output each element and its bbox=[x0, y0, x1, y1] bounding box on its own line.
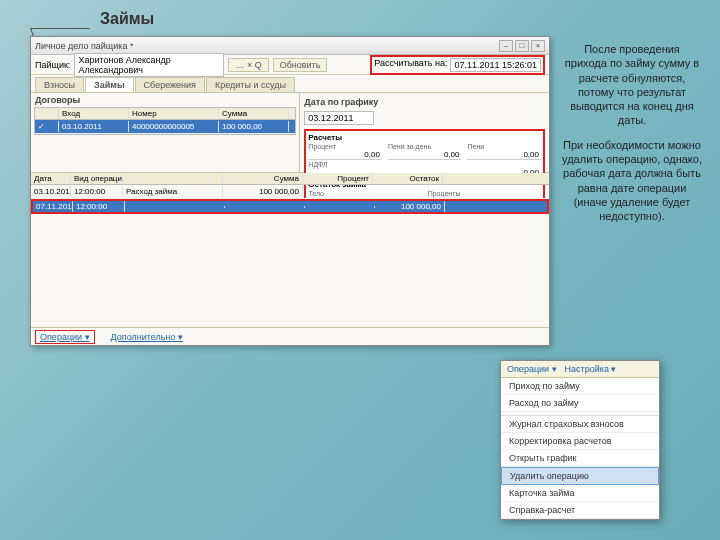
tab-bar: Взносы Займы Сбережения Кредиты и ссуды bbox=[31, 75, 549, 93]
footer-extra-link[interactable]: Дополнительно ▾ bbox=[111, 332, 183, 342]
explain-p1: После проведения прихода по займу сумму … bbox=[562, 42, 702, 128]
tab-zaimy[interactable]: Займы bbox=[85, 77, 134, 92]
r2-sum bbox=[225, 206, 305, 208]
decor-line bbox=[30, 28, 90, 29]
calc-title: Расчеты bbox=[308, 133, 541, 142]
col-icon bbox=[35, 108, 59, 119]
ops-col-type: Вид операции bbox=[71, 173, 123, 184]
ops-col-date: Дата bbox=[31, 173, 71, 184]
col-sum: Сумма bbox=[219, 108, 289, 119]
r1-time: 12:00:00 bbox=[71, 186, 123, 197]
penalty-day-label: Пени за день bbox=[388, 143, 462, 150]
dd-head-settings[interactable]: Настройка ▾ bbox=[565, 364, 617, 374]
window-title: Личное дело пайщика * bbox=[35, 41, 133, 51]
r2-bal: 100 000,00 bbox=[375, 201, 445, 212]
footer-bar: Операции ▾ Дополнительно ▾ bbox=[31, 327, 549, 345]
contract-row[interactable]: ✓ 03.10.2011 40000000000005 100 000,00 bbox=[35, 120, 295, 134]
explanation-text: После проведения прихода по займу сумму … bbox=[562, 42, 702, 234]
calc-on-date[interactable]: 07.11.2011 15:26:01 bbox=[450, 58, 541, 72]
dd-prihod[interactable]: Приход по займу bbox=[501, 378, 659, 395]
payer-field[interactable]: Харитонов Александр Александрович bbox=[74, 53, 224, 77]
penalty-value: 0,00 bbox=[467, 150, 541, 160]
payer-label: Пайщик: bbox=[35, 60, 70, 70]
dd-open-graph[interactable]: Открыть график bbox=[501, 450, 659, 467]
dd-correction[interactable]: Корректировка расчетов bbox=[501, 433, 659, 450]
dd-journal[interactable]: Журнал страховых взносов bbox=[501, 416, 659, 433]
contracts-label: Договоры bbox=[31, 93, 299, 107]
r2-date: 07.11.2011 bbox=[33, 201, 73, 212]
r2-time: 12:00:00 bbox=[73, 201, 125, 212]
row-num: 40000000000005 bbox=[129, 121, 219, 132]
date-section-label: Дата по графику bbox=[302, 95, 547, 109]
ops-row-1[interactable]: 03.10.2011 12:00:00 Расход займа 100 000… bbox=[31, 185, 549, 199]
ops-col-bal: Остаток bbox=[373, 173, 443, 184]
ops-panel: Дата Вид операции Сумма Процент Остаток … bbox=[31, 173, 549, 327]
dd-head-ops[interactable]: Операции ▾ bbox=[507, 364, 557, 374]
lookup-button[interactable]: … × Q bbox=[228, 58, 268, 72]
calc-on-label: Рассчитывать на: bbox=[374, 58, 447, 72]
percent-value: 0,00 bbox=[308, 150, 382, 160]
row-date: 03.10.2011 bbox=[59, 121, 129, 132]
app-window: Личное дело пайщика * – □ × Пайщик: Хари… bbox=[30, 36, 550, 346]
ndfl-label: НДФЛ bbox=[308, 161, 541, 168]
r1-date: 03.10.2011 bbox=[31, 186, 71, 197]
col-num: Номер bbox=[129, 108, 219, 119]
maximize-button[interactable]: □ bbox=[515, 40, 529, 52]
tab-sberezheniya[interactable]: Сбережения bbox=[135, 77, 205, 92]
slide-title: Займы bbox=[100, 10, 154, 28]
tab-kredity[interactable]: Кредиты и ссуды bbox=[206, 77, 295, 92]
top-panel: Договоры Вход Номер Сумма ✓ 03.10.2011 4… bbox=[31, 93, 549, 173]
dd-card[interactable]: Карточка займа bbox=[501, 485, 659, 502]
ops-header: Дата Вид операции Сумма Процент Остаток bbox=[31, 173, 549, 185]
row-sum: 100 000,00 bbox=[219, 121, 289, 132]
penalty-day-value: 0,00 bbox=[388, 150, 462, 160]
explain-p2: При необходимости можно удалить операцию… bbox=[562, 138, 702, 224]
ops-col-proc: Процент bbox=[303, 173, 373, 184]
footer-ops-link[interactable]: Операции ▾ bbox=[35, 330, 95, 344]
dd-reference[interactable]: Справка-расчет bbox=[501, 502, 659, 519]
row-check-icon: ✓ bbox=[35, 121, 59, 132]
ops-col-sum: Сумма bbox=[223, 173, 303, 184]
minimize-button[interactable]: – bbox=[499, 40, 513, 52]
penalty-label: Пени bbox=[467, 143, 541, 150]
r1-sum: 100 000,00 bbox=[223, 186, 303, 197]
r1-bal bbox=[373, 191, 443, 193]
right-block: Дата по графику 03.12.2011 Расчеты Проце… bbox=[300, 93, 549, 172]
col-date: Вход bbox=[59, 108, 129, 119]
r1-kind: Расход займа bbox=[123, 186, 223, 197]
tab-vznosy[interactable]: Взносы bbox=[35, 77, 84, 92]
refresh-button[interactable]: Обновить bbox=[273, 58, 328, 72]
r2-kind bbox=[125, 206, 225, 208]
date-picker[interactable]: 03.12.2011 bbox=[304, 111, 374, 125]
ops-col-blank bbox=[123, 173, 223, 184]
dd-delete-op[interactable]: Удалить операцию bbox=[501, 467, 659, 485]
close-button[interactable]: × bbox=[531, 40, 545, 52]
toolbar: Пайщик: Харитонов Александр Александрови… bbox=[31, 55, 549, 75]
r1-proc bbox=[303, 191, 373, 193]
r2-proc bbox=[305, 206, 375, 208]
dd-rashod[interactable]: Расход по займу bbox=[501, 395, 659, 412]
ops-row-2[interactable]: 07.11.2011 12:00:00 100 000,00 bbox=[31, 199, 549, 214]
ops-dropdown: Операции ▾ Настройка ▾ Приход по займу Р… bbox=[500, 360, 660, 520]
percent-label: Процент bbox=[308, 143, 382, 150]
contracts-grid[interactable]: Вход Номер Сумма ✓ 03.10.2011 4000000000… bbox=[34, 107, 296, 135]
contracts-section: Договоры Вход Номер Сумма ✓ 03.10.2011 4… bbox=[31, 93, 300, 172]
